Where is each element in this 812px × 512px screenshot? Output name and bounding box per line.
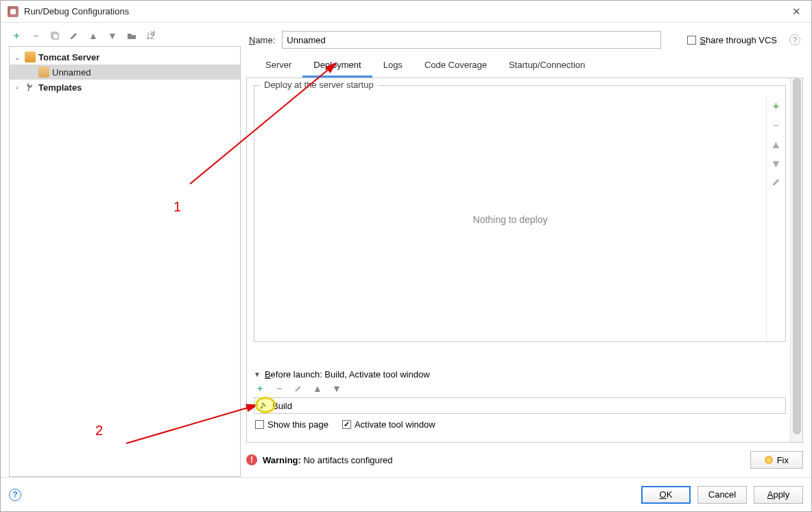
deploy-legend: Deploy at the server startup (260, 80, 378, 90)
deployment-panel: Deploy at the server startup Nothing to … (246, 78, 803, 443)
add-artifact-icon[interactable]: + (773, 100, 779, 113)
name-input[interactable] (282, 31, 661, 49)
tab-server[interactable]: Server (254, 54, 302, 78)
sort-icon[interactable]: az (146, 31, 156, 40)
tomcat-icon (25, 51, 36, 62)
chevron-right-icon[interactable]: › (12, 84, 22, 91)
remove-task-icon[interactable]: − (274, 384, 284, 393)
config-tree[interactable]: ⌄ Tomcat Server Unnamed › Templates (9, 46, 241, 477)
tab-logs[interactable]: Logs (372, 54, 414, 78)
tab-bar: Server Deployment Logs Code Coverage Sta… (246, 54, 803, 78)
tree-item-templates[interactable]: › Templates (10, 80, 240, 95)
checkbox-icon[interactable] (687, 36, 696, 45)
scrollbar-thumb[interactable] (793, 78, 801, 434)
share-vcs-checkbox[interactable]: Share through VCS (687, 35, 777, 45)
ok-button[interactable]: OK (641, 486, 691, 504)
folder-icon[interactable] (127, 31, 136, 40)
tomcat-icon (38, 67, 49, 78)
close-icon[interactable]: ✕ (788, 5, 804, 18)
remove-config-icon[interactable]: − (31, 31, 40, 40)
chevron-down-icon[interactable]: ▼ (254, 371, 261, 378)
move-down-icon[interactable]: ▼ (108, 31, 117, 40)
add-config-icon[interactable]: + (12, 31, 21, 40)
activate-tool-window-checkbox[interactable]: Activate tool window (342, 419, 435, 430)
chevron-down-icon[interactable]: ⌄ (12, 54, 22, 61)
edit-config-icon[interactable] (69, 31, 79, 40)
move-artifact-down-icon[interactable]: ▼ (771, 158, 782, 170)
list-item[interactable]: Build (254, 398, 785, 413)
move-task-up-icon[interactable]: ▲ (313, 384, 322, 393)
dialog-title: Run/Debug Configurations (24, 6, 788, 16)
config-toolbar: + − ▲ ▼ az (9, 30, 241, 46)
app-icon (8, 6, 19, 17)
move-artifact-up-icon[interactable]: ▲ (771, 139, 782, 151)
tree-label: Unnamed (52, 67, 91, 78)
move-task-down-icon[interactable]: ▼ (332, 384, 342, 393)
tree-item-tomcat-server[interactable]: ⌄ Tomcat Server (10, 49, 240, 65)
warning-text: Warning: No artifacts configured (263, 455, 750, 465)
deploy-empty-text: Nothing to deploy (254, 96, 766, 343)
tree-label: Templates (38, 82, 82, 93)
svg-text:z: z (150, 31, 155, 40)
dialog-footer: ? OK Cancel Apply (1, 477, 811, 511)
add-task-icon[interactable]: + (255, 384, 265, 393)
titlebar: Run/Debug Configurations ✕ (1, 1, 811, 23)
warning-row: ! Warning: No artifacts configured Fix (246, 448, 803, 477)
svg-rect-1 (53, 34, 58, 39)
before-launch-label: Before launch: Build, Activate tool wind… (265, 369, 430, 380)
hammer-icon (259, 401, 268, 410)
before-launch-toolbar: + − ▲ ▼ (254, 380, 786, 397)
tree-label: Tomcat Server (38, 52, 99, 62)
run-debug-dialog: Run/Debug Configurations ✕ + − ▲ ▼ (0, 0, 812, 512)
tree-item-unnamed[interactable]: Unnamed (10, 65, 240, 80)
cancel-button[interactable]: Cancel (697, 486, 747, 504)
task-label: Build (272, 401, 292, 411)
edit-task-icon[interactable] (294, 384, 303, 393)
before-launch-list[interactable]: Build (254, 397, 786, 414)
fix-button[interactable]: Fix (750, 451, 803, 469)
edit-artifact-icon[interactable] (772, 177, 781, 189)
show-this-page-checkbox[interactable]: Show this page (255, 419, 329, 430)
scrollbar[interactable] (790, 78, 802, 442)
copy-config-icon[interactable] (50, 31, 60, 40)
apply-button[interactable]: Apply (754, 486, 803, 504)
error-icon: ! (246, 454, 257, 465)
tab-startup-connection[interactable]: Startup/Connection (498, 54, 596, 78)
help-icon[interactable]: ? (789, 34, 800, 45)
help-icon[interactable]: ? (9, 489, 21, 501)
move-up-icon[interactable]: ▲ (88, 31, 98, 40)
tab-code-coverage[interactable]: Code Coverage (414, 54, 498, 78)
wrench-icon (23, 80, 38, 95)
bulb-icon (765, 456, 773, 464)
deploy-fieldset: Deploy at the server startup Nothing to … (254, 85, 786, 342)
tab-deployment[interactable]: Deployment (302, 54, 372, 78)
remove-artifact-icon[interactable]: − (773, 119, 779, 132)
name-label: Name: (249, 35, 275, 45)
